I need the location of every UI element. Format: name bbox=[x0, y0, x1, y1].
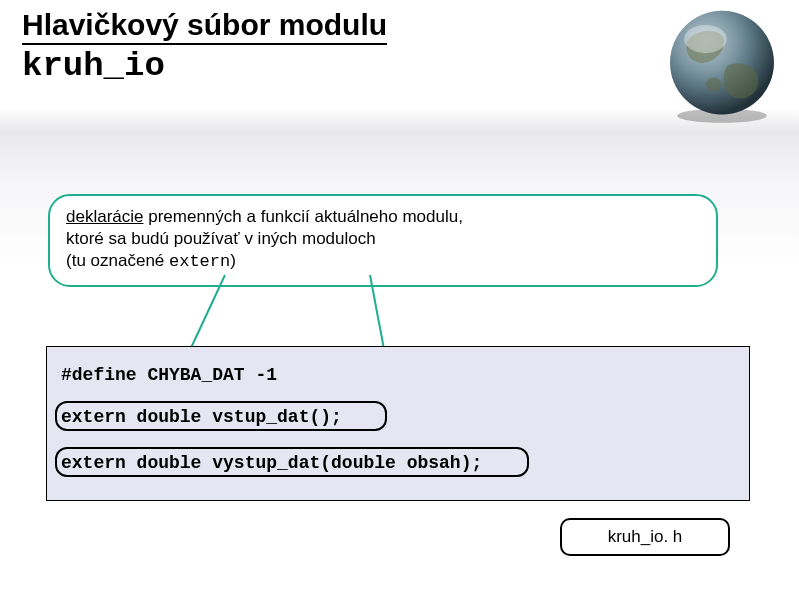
svg-point-3 bbox=[684, 25, 726, 53]
callout-rest1: premenných a funkcií aktuálneho modulu, bbox=[144, 207, 463, 226]
code-line-extern2: extern double vystup_dat(double obsah); bbox=[61, 453, 482, 473]
declarations-callout: deklarácie premenných a funkcií aktuálne… bbox=[48, 194, 718, 287]
filename-label: kruh_io. h bbox=[560, 518, 730, 556]
title-line2: kruh_io bbox=[22, 47, 387, 85]
code-box: #define CHYBA_DAT -1 extern double vstup… bbox=[46, 346, 750, 501]
callout-underlined-word: deklarácie bbox=[66, 207, 144, 226]
code-line-define: #define CHYBA_DAT -1 bbox=[61, 365, 277, 385]
slide-title: Hlavičkový súbor modulu kruh_io bbox=[22, 8, 387, 85]
callout-line3b: ) bbox=[230, 251, 236, 270]
globe-icon bbox=[663, 6, 781, 124]
callout-keyword: extern bbox=[169, 252, 230, 271]
callout-line3a: (tu označené bbox=[66, 251, 169, 270]
svg-point-2 bbox=[670, 11, 774, 115]
callout-line2: ktoré sa budú používať v iných moduloch bbox=[66, 229, 376, 248]
code-line-extern1: extern double vstup_dat(); bbox=[61, 407, 342, 427]
title-line1: Hlavičkový súbor modulu bbox=[22, 8, 387, 45]
filename-text: kruh_io. h bbox=[608, 527, 683, 547]
